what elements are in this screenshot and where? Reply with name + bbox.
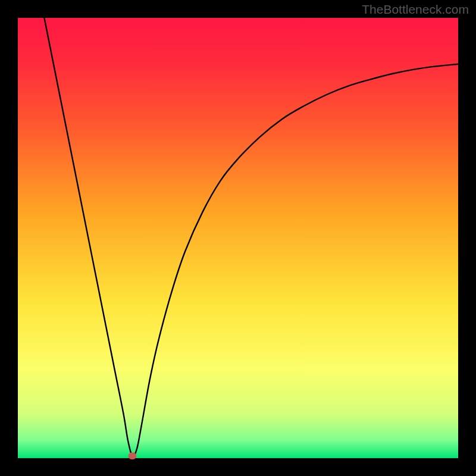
bottleneck-chart [0, 0, 476, 476]
chart-frame: TheBottleneck.com [0, 0, 476, 476]
watermark-text: TheBottleneck.com [362, 2, 469, 17]
minimum-marker [128, 452, 136, 459]
plot-background [18, 18, 458, 458]
